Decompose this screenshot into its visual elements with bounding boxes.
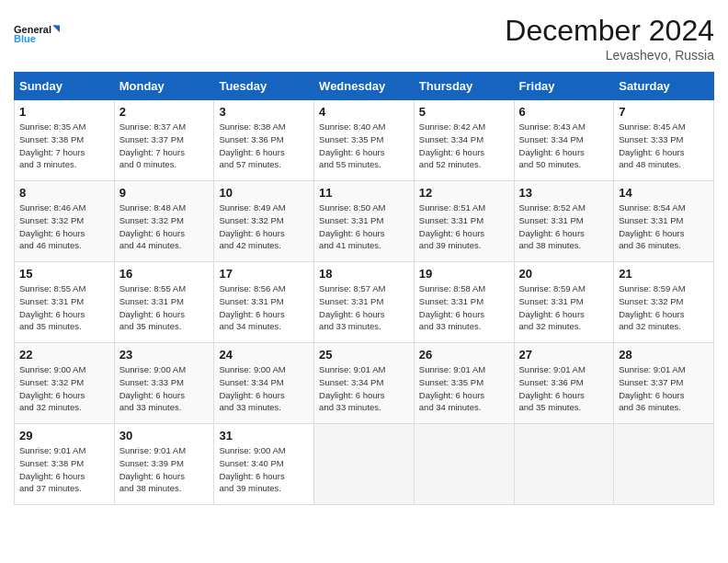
- day-info: Sunrise: 9:01 AMSunset: 3:34 PMDaylight:…: [319, 363, 409, 414]
- day-info: Sunrise: 8:43 AMSunset: 3:34 PMDaylight:…: [519, 121, 609, 171]
- calendar-cell: 16Sunrise: 8:55 AMSunset: 3:31 PMDayligh…: [114, 262, 214, 343]
- calendar-cell: 17Sunrise: 8:56 AMSunset: 3:31 PMDayligh…: [214, 262, 314, 343]
- day-number: 11: [319, 186, 409, 200]
- logo-svg: General Blue: [14, 14, 60, 55]
- calendar-cell: 2Sunrise: 8:37 AMSunset: 3:37 PMDaylight…: [114, 100, 214, 181]
- weekday-header-thursday: Thursday: [414, 73, 514, 100]
- day-info: Sunrise: 8:48 AMSunset: 3:32 PMDaylight:…: [119, 201, 210, 252]
- day-number: 24: [219, 348, 309, 362]
- calendar-cell: 20Sunrise: 8:59 AMSunset: 3:31 PMDayligh…: [514, 262, 614, 343]
- weekday-header-saturday: Saturday: [614, 73, 714, 100]
- calendar-cell: 8Sunrise: 8:46 AMSunset: 3:32 PMDaylight…: [15, 181, 115, 262]
- calendar-cell: 19Sunrise: 8:58 AMSunset: 3:31 PMDayligh…: [414, 262, 514, 343]
- calendar-cell: 7Sunrise: 8:45 AMSunset: 3:33 PMDaylight…: [614, 100, 714, 181]
- calendar-cell: 23Sunrise: 9:00 AMSunset: 3:33 PMDayligh…: [114, 343, 214, 424]
- day-info: Sunrise: 8:55 AMSunset: 3:31 PMDaylight:…: [19, 282, 109, 333]
- day-number: 25: [319, 348, 409, 362]
- day-info: Sunrise: 8:37 AMSunset: 3:37 PMDaylight:…: [119, 121, 210, 171]
- day-number: 19: [419, 267, 509, 281]
- day-info: Sunrise: 8:40 AMSunset: 3:35 PMDaylight:…: [319, 121, 409, 171]
- day-info: Sunrise: 8:50 AMSunset: 3:31 PMDaylight:…: [319, 201, 409, 252]
- day-info: Sunrise: 8:57 AMSunset: 3:31 PMDaylight:…: [319, 282, 409, 333]
- svg-marker-3: [53, 26, 61, 33]
- day-number: 2: [119, 105, 210, 119]
- calendar-cell: 3Sunrise: 8:38 AMSunset: 3:36 PMDaylight…: [214, 100, 314, 181]
- calendar-cell: 25Sunrise: 9:01 AMSunset: 3:34 PMDayligh…: [314, 343, 415, 424]
- day-info: Sunrise: 8:51 AMSunset: 3:31 PMDaylight:…: [419, 201, 509, 252]
- calendar-cell: 9Sunrise: 8:48 AMSunset: 3:32 PMDaylight…: [114, 181, 214, 262]
- calendar-cell: 29Sunrise: 9:01 AMSunset: 3:38 PMDayligh…: [15, 424, 115, 505]
- calendar-cell: [414, 424, 514, 505]
- calendar-cell: 11Sunrise: 8:50 AMSunset: 3:31 PMDayligh…: [314, 181, 415, 262]
- day-info: Sunrise: 8:45 AMSunset: 3:33 PMDaylight:…: [619, 121, 709, 171]
- calendar-cell: 27Sunrise: 9:01 AMSunset: 3:36 PMDayligh…: [514, 343, 614, 424]
- day-info: Sunrise: 9:00 AMSunset: 3:40 PMDaylight:…: [219, 444, 309, 495]
- day-number: 7: [619, 105, 709, 119]
- day-info: Sunrise: 8:46 AMSunset: 3:32 PMDaylight:…: [19, 201, 109, 252]
- calendar-cell: 10Sunrise: 8:49 AMSunset: 3:32 PMDayligh…: [214, 181, 314, 262]
- weekday-header-tuesday: Tuesday: [214, 73, 314, 100]
- day-info: Sunrise: 8:54 AMSunset: 3:31 PMDaylight:…: [619, 201, 709, 252]
- calendar-cell: 21Sunrise: 8:59 AMSunset: 3:32 PMDayligh…: [614, 262, 714, 343]
- day-number: 9: [119, 186, 210, 200]
- day-info: Sunrise: 9:01 AMSunset: 3:35 PMDaylight:…: [419, 363, 509, 414]
- calendar-cell: 31Sunrise: 9:00 AMSunset: 3:40 PMDayligh…: [214, 424, 314, 505]
- day-info: Sunrise: 8:49 AMSunset: 3:32 PMDaylight:…: [219, 201, 309, 252]
- day-number: 22: [19, 348, 109, 362]
- calendar-table: SundayMondayTuesdayWednesdayThursdayFrid…: [14, 72, 714, 505]
- day-number: 29: [19, 429, 109, 442]
- day-info: Sunrise: 8:55 AMSunset: 3:31 PMDaylight:…: [119, 282, 210, 333]
- weekday-header-sunday: Sunday: [15, 73, 115, 100]
- day-info: Sunrise: 9:01 AMSunset: 3:39 PMDaylight:…: [119, 444, 210, 495]
- day-info: Sunrise: 9:01 AMSunset: 3:36 PMDaylight:…: [519, 363, 609, 414]
- day-number: 12: [419, 186, 509, 200]
- day-info: Sunrise: 8:59 AMSunset: 3:31 PMDaylight:…: [519, 282, 609, 333]
- calendar-cell: [514, 424, 614, 505]
- calendar-cell: 4Sunrise: 8:40 AMSunset: 3:35 PMDaylight…: [314, 100, 415, 181]
- calendar-cell: 30Sunrise: 9:01 AMSunset: 3:39 PMDayligh…: [114, 424, 214, 505]
- calendar-cell: 13Sunrise: 8:52 AMSunset: 3:31 PMDayligh…: [514, 181, 614, 262]
- title-section: December 2024 Levashevo, Russia: [505, 14, 714, 63]
- day-number: 13: [519, 186, 609, 200]
- day-info: Sunrise: 9:01 AMSunset: 3:37 PMDaylight:…: [619, 363, 709, 414]
- day-number: 28: [619, 348, 709, 362]
- day-number: 10: [219, 186, 309, 200]
- calendar-cell: 18Sunrise: 8:57 AMSunset: 3:31 PMDayligh…: [314, 262, 415, 343]
- svg-text:Blue: Blue: [14, 33, 36, 44]
- weekday-header-wednesday: Wednesday: [314, 73, 415, 100]
- calendar-cell: 14Sunrise: 8:54 AMSunset: 3:31 PMDayligh…: [614, 181, 714, 262]
- day-number: 6: [519, 105, 609, 119]
- calendar-cell: 15Sunrise: 8:55 AMSunset: 3:31 PMDayligh…: [15, 262, 115, 343]
- day-info: Sunrise: 8:56 AMSunset: 3:31 PMDaylight:…: [219, 282, 309, 333]
- day-info: Sunrise: 8:42 AMSunset: 3:34 PMDaylight:…: [419, 121, 509, 171]
- day-number: 17: [219, 267, 309, 281]
- day-number: 4: [319, 105, 409, 119]
- day-info: Sunrise: 9:00 AMSunset: 3:33 PMDaylight:…: [119, 363, 210, 414]
- calendar-cell: [614, 424, 714, 505]
- day-info: Sunrise: 9:00 AMSunset: 3:34 PMDaylight:…: [219, 363, 309, 414]
- calendar-cell: 24Sunrise: 9:00 AMSunset: 3:34 PMDayligh…: [214, 343, 314, 424]
- day-number: 31: [219, 429, 309, 442]
- day-number: 5: [419, 105, 509, 119]
- page-header: General Blue December 2024 Levashevo, Ru…: [14, 14, 714, 63]
- calendar-cell: 6Sunrise: 8:43 AMSunset: 3:34 PMDaylight…: [514, 100, 614, 181]
- day-info: Sunrise: 8:58 AMSunset: 3:31 PMDaylight:…: [419, 282, 509, 333]
- day-info: Sunrise: 8:38 AMSunset: 3:36 PMDaylight:…: [219, 121, 309, 171]
- day-number: 20: [519, 267, 609, 281]
- day-number: 30: [119, 429, 210, 442]
- calendar-cell: 12Sunrise: 8:51 AMSunset: 3:31 PMDayligh…: [414, 181, 514, 262]
- day-info: Sunrise: 8:35 AMSunset: 3:38 PMDaylight:…: [19, 121, 109, 171]
- location: Levashevo, Russia: [505, 48, 714, 63]
- day-number: 27: [519, 348, 609, 362]
- calendar-cell: [314, 424, 415, 505]
- calendar-cell: 5Sunrise: 8:42 AMSunset: 3:34 PMDaylight…: [414, 100, 514, 181]
- calendar-cell: 1Sunrise: 8:35 AMSunset: 3:38 PMDaylight…: [15, 100, 115, 181]
- calendar-cell: 26Sunrise: 9:01 AMSunset: 3:35 PMDayligh…: [414, 343, 514, 424]
- day-number: 23: [119, 348, 210, 362]
- weekday-header-monday: Monday: [114, 73, 214, 100]
- logo: General Blue: [14, 14, 60, 55]
- day-number: 15: [19, 267, 109, 281]
- weekday-header-friday: Friday: [514, 73, 614, 100]
- day-number: 3: [219, 105, 309, 119]
- day-number: 16: [119, 267, 210, 281]
